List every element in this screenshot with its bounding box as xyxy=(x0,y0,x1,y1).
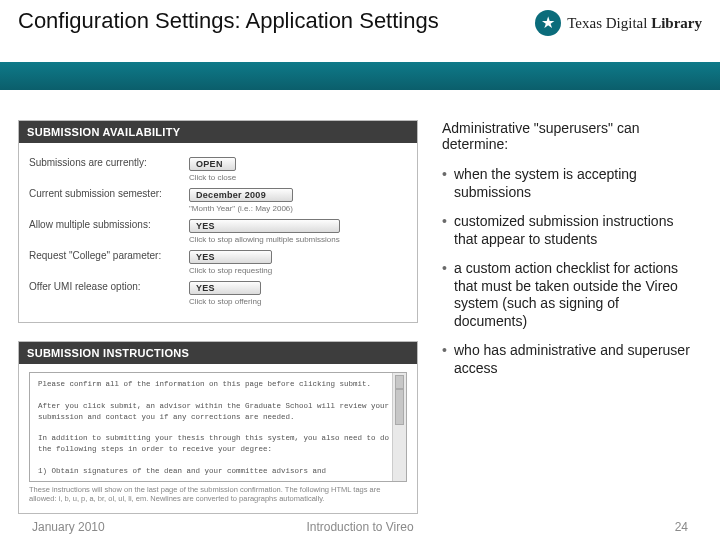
toggle-button[interactable]: YES xyxy=(189,250,272,264)
lead-text: Administrative "superusers" can determin… xyxy=(442,120,692,152)
content: SUBMISSION AVAILABILITY Submissions are … xyxy=(0,90,720,532)
page-number: 24 xyxy=(675,520,688,534)
slide: Configuration Settings: Application Sett… xyxy=(0,0,720,540)
editor-text: Please confirm all of the information on… xyxy=(30,373,406,482)
setting-row: Offer UMI release option: YES Click to s… xyxy=(29,281,407,306)
setting-row: Allow multiple submissions: YES Click to… xyxy=(29,219,407,244)
footer: January 2010 Introduction to Vireo 24 xyxy=(0,520,720,534)
value-button[interactable]: December 2009 xyxy=(189,188,293,202)
right-column: Administrative "superusers" can determin… xyxy=(442,120,692,532)
footer-date: January 2010 xyxy=(32,520,105,534)
editor-footnote: These instructions will show on the last… xyxy=(29,485,407,503)
setting-label: Current submission semester: xyxy=(29,188,179,199)
setting-label: Offer UMI release option: xyxy=(29,281,179,292)
brand-bold: Library xyxy=(651,15,702,31)
setting-label: Submissions are currently: xyxy=(29,157,179,168)
setting-hint: Click to stop requesting xyxy=(189,266,272,275)
setting-label: Request "College" parameter: xyxy=(29,250,179,261)
panel-heading: SUBMISSION INSTRUCTIONS xyxy=(19,342,417,364)
panel-instructions: SUBMISSION INSTRUCTIONS Please confirm a… xyxy=(18,341,418,514)
setting-hint: Click to stop allowing multiple submissi… xyxy=(189,235,340,244)
brand-prefix: Texas Digital xyxy=(567,15,651,31)
list-item: customized submission instructions that … xyxy=(442,213,692,248)
left-column: SUBMISSION AVAILABILITY Submissions are … xyxy=(18,120,418,532)
brand-text: Texas Digital Library xyxy=(567,15,702,32)
scrollbar[interactable] xyxy=(392,373,406,481)
footer-title: Introduction to Vireo xyxy=(306,520,413,534)
toggle-button[interactable]: OPEN xyxy=(189,157,236,171)
panel-heading: SUBMISSION AVAILABILITY xyxy=(19,121,417,143)
list-item: a custom action checklist for actions th… xyxy=(442,260,692,330)
panel-body: Please confirm all of the information on… xyxy=(19,364,417,513)
setting-hint: "Month Year" (i.e.: May 2006) xyxy=(189,204,293,213)
setting-label: Allow multiple submissions: xyxy=(29,219,179,230)
panel-availability: SUBMISSION AVAILABILITY Submissions are … xyxy=(18,120,418,323)
setting-row: Submissions are currently: OPEN Click to… xyxy=(29,157,407,182)
bullet-list: when the system is accepting submissions… xyxy=(442,166,692,377)
list-item: who has administrative and superuser acc… xyxy=(442,342,692,377)
panel-body: Submissions are currently: OPEN Click to… xyxy=(19,143,417,322)
setting-hint: Click to stop offering xyxy=(189,297,261,306)
header: Configuration Settings: Application Sett… xyxy=(0,0,720,58)
setting-row: Current submission semester: December 20… xyxy=(29,188,407,213)
brand-logo: Texas Digital Library xyxy=(535,10,702,36)
toggle-button[interactable]: YES xyxy=(189,219,340,233)
instructions-editor[interactable]: Please confirm all of the information on… xyxy=(29,372,407,482)
setting-hint: Click to close xyxy=(189,173,236,182)
list-item: when the system is accepting submissions xyxy=(442,166,692,201)
setting-row: Request "College" parameter: YES Click t… xyxy=(29,250,407,275)
toggle-button[interactable]: YES xyxy=(189,281,261,295)
star-icon xyxy=(535,10,561,36)
accent-bar xyxy=(0,62,720,90)
